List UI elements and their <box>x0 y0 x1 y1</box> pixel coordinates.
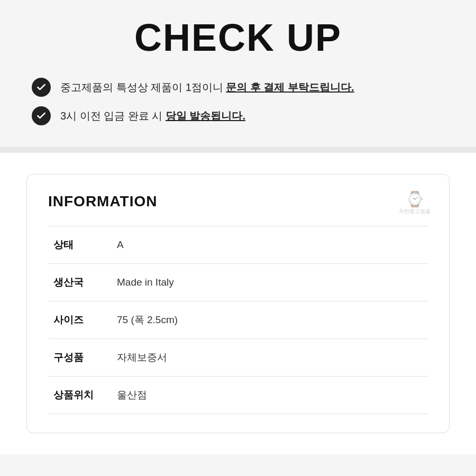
info-value: 75 (폭 2.5cm) <box>112 301 428 339</box>
table-row: 생산국Made in Italy <box>48 264 428 301</box>
info-card: INFORMATION ⌚ 착한중고명품 상태A생산국Made in Italy… <box>26 174 450 433</box>
section-divider <box>0 147 476 153</box>
table-row: 사이즈75 (폭 2.5cm) <box>48 301 428 339</box>
info-label: 구성품 <box>48 339 112 377</box>
info-label: 상태 <box>48 226 112 264</box>
top-section: CHECK UP 중고제품의 특성상 제품이 1점이니 문의 후 결제 부탁드립… <box>0 0 476 147</box>
page-title: CHECK UP <box>26 16 450 59</box>
info-title: INFORMATION <box>48 193 428 210</box>
check-item-1: 중고제품의 특성상 제품이 1점이니 문의 후 결제 부탁드립니다. <box>32 78 444 97</box>
check-list: 중고제품의 특성상 제품이 1점이니 문의 후 결제 부탁드립니다. 3시 이전… <box>26 78 450 125</box>
check-highlight-2: 당일 발송됩니다. <box>166 110 245 122</box>
checkmark-icon-1 <box>32 78 51 97</box>
info-value: 자체보증서 <box>112 339 428 377</box>
brand-watermark: ⌚ 착한중고명품 <box>399 190 431 215</box>
table-row: 상태A <box>48 226 428 264</box>
checkmark-icon-2 <box>32 106 51 125</box>
table-row: 상품위치울산점 <box>48 377 428 414</box>
check-highlight-1: 문의 후 결제 부탁드립니다. <box>226 81 354 93</box>
check-text-2: 3시 이전 입금 완료 시 당일 발송됩니다. <box>60 108 245 123</box>
check-text-1: 중고제품의 특성상 제품이 1점이니 문의 후 결제 부탁드립니다. <box>60 80 354 95</box>
check-item-2: 3시 이전 입금 완료 시 당일 발송됩니다. <box>32 106 444 125</box>
brand-icon: ⌚ <box>406 190 424 208</box>
info-value: A <box>112 226 428 264</box>
info-value: 울산점 <box>112 377 428 414</box>
info-label: 사이즈 <box>48 301 112 339</box>
info-label: 상품위치 <box>48 377 112 414</box>
table-row: 구성품자체보증서 <box>48 339 428 377</box>
info-section: INFORMATION ⌚ 착한중고명품 상태A생산국Made in Italy… <box>0 153 476 454</box>
info-table: 상태A생산국Made in Italy사이즈75 (폭 2.5cm)구성품자체보… <box>48 226 428 414</box>
brand-name: 착한중고명품 <box>399 208 431 215</box>
info-value: Made in Italy <box>112 264 428 301</box>
info-label: 생산국 <box>48 264 112 301</box>
